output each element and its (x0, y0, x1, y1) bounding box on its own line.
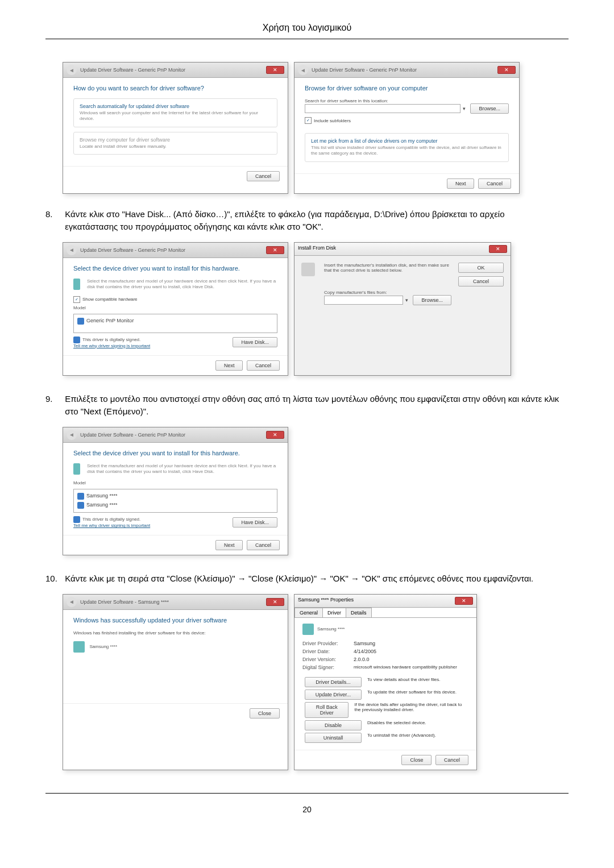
install-disk-title: Install From Disk (298, 245, 336, 253)
window-title-text: Update Driver Software - Samsung **** (80, 599, 169, 605)
page-number: 20 (45, 793, 569, 825)
show-compatible-checkbox[interactable]: ✓ (73, 296, 80, 303)
list-item[interactable]: Generic PnP Monitor (76, 317, 275, 326)
uninstall-button[interactable]: Uninstall (305, 733, 362, 743)
close-icon[interactable]: ✕ (455, 597, 473, 605)
shield-icon (77, 318, 84, 325)
cancel-button[interactable]: Cancel (478, 178, 511, 189)
back-icon[interactable]: ◄ (67, 65, 77, 75)
tab-driver[interactable]: Driver (322, 608, 346, 617)
option-browse-computer[interactable]: Browse my computer for driver software L… (73, 132, 277, 155)
close-icon[interactable]: ✕ (266, 246, 284, 254)
device-icon (73, 641, 85, 653)
model-list[interactable]: Generic PnP Monitor (73, 314, 277, 333)
step-text-9: Επιλέξτε το μοντέλο που αντιστοιχεί στην… (65, 393, 559, 418)
disable-button[interactable]: Disable (305, 720, 362, 730)
model-header: Model (73, 480, 277, 485)
list-item[interactable]: Samsung **** (76, 501, 275, 510)
window-properties: Samsung **** Properties ✕ General Driver… (294, 594, 477, 770)
window-success: ◄ Update Driver Software - Samsung **** … (63, 594, 288, 770)
option-pick-from-list[interactable]: Let me pick from a list of device driver… (305, 133, 509, 162)
close-icon[interactable]: ✕ (266, 66, 284, 74)
step-number-10: 10. (45, 572, 63, 585)
step-number-9: 9. (45, 393, 63, 406)
cancel-button[interactable]: Cancel (435, 755, 468, 765)
link-signing-info[interactable]: Tell me why driver signing is important (73, 343, 150, 348)
step-text-10: Κάντε κλικ με τη σειρά στα "Close (Kλείσ… (65, 572, 559, 585)
have-disk-button[interactable]: Have Disk... (233, 517, 277, 528)
window-title-text: Update Driver Software - Generic PnP Mon… (80, 247, 185, 253)
next-button[interactable]: Next (447, 178, 475, 189)
heading-select-driver: Select the device driver you want to ins… (73, 265, 277, 272)
close-button[interactable]: Close (250, 708, 280, 719)
link-signing-info[interactable]: Tell me why driver signing is important (73, 523, 150, 528)
window-browse-location: ◄ Update Driver Software - Generic PnP M… (294, 62, 520, 194)
list-item[interactable]: Samsung **** (76, 492, 275, 501)
have-disk-button[interactable]: Have Disk... (233, 337, 277, 347)
window-select-driver-samsung: ◄ Update Driver Software - Generic PnP M… (63, 427, 288, 556)
close-icon[interactable]: ✕ (489, 245, 507, 253)
include-subfolders-checkbox[interactable]: ✓ (305, 117, 312, 124)
window-select-driver-generic: ◄ Update Driver Software - Generic PnP M… (63, 242, 288, 376)
back-icon[interactable]: ◄ (67, 245, 77, 255)
heading-how-search: How do you want to search for driver sof… (73, 85, 277, 92)
step-number-8: 8. (45, 208, 63, 221)
shield-icon (73, 516, 80, 523)
ok-button[interactable]: OK (458, 263, 504, 273)
label-search-location: Search for driver software in this locat… (305, 98, 509, 103)
option-auto-search[interactable]: Search automatically for updated driver … (73, 98, 277, 127)
close-icon[interactable]: ✕ (266, 598, 284, 606)
cancel-button[interactable]: Cancel (247, 360, 280, 371)
shield-icon (77, 493, 84, 500)
page-header: Χρήση του λογισμικού (45, 23, 569, 39)
path-input[interactable] (305, 104, 460, 113)
back-icon[interactable]: ◄ (67, 597, 77, 607)
step-text-8: Κάντε κλικ στο "Have Disk... (Aπό δίσκο…… (65, 208, 559, 234)
model-list[interactable]: Samsung **** Samsung **** (73, 489, 277, 513)
shield-icon (77, 502, 84, 509)
back-icon[interactable]: ◄ (298, 65, 308, 75)
heading-browse: Browse for driver software on your compu… (305, 85, 509, 92)
browse-button[interactable]: Browse... (413, 295, 451, 305)
close-icon[interactable]: ✕ (497, 66, 516, 74)
window-how-search: ◄ Update Driver Software - Generic PnP M… (63, 62, 288, 194)
heading-select-driver: Select the device driver you want to ins… (73, 450, 277, 456)
properties-title: Samsung **** Properties (298, 597, 354, 605)
browse-button[interactable]: Browse... (470, 103, 509, 114)
close-icon[interactable]: ✕ (266, 431, 284, 439)
device-icon (73, 463, 80, 475)
cancel-button[interactable]: Cancel (458, 276, 504, 286)
disk-icon (301, 263, 315, 276)
next-button[interactable]: Next (215, 360, 243, 371)
rollback-button[interactable]: Roll Back Driver (305, 702, 349, 718)
cancel-button[interactable]: Cancel (247, 540, 280, 550)
close-button[interactable]: Close (401, 755, 432, 765)
driver-details-button[interactable]: Driver Details... (305, 677, 362, 687)
shield-icon (73, 337, 80, 343)
heading-success: Windows has successfully updated your dr… (73, 617, 277, 624)
tab-details[interactable]: Details (346, 608, 372, 617)
tab-general[interactable]: General (294, 608, 323, 617)
window-title-text: Update Driver Software - Generic PnP Mon… (80, 67, 185, 73)
device-icon (73, 279, 80, 290)
back-icon[interactable]: ◄ (67, 430, 77, 440)
window-title-text: Update Driver Software - Generic PnP Mon… (80, 432, 185, 438)
disk-path-input[interactable] (324, 296, 403, 305)
model-header: Model (73, 305, 277, 310)
window-install-from-disk: Install From Disk ✕ Insert the manufactu… (294, 242, 511, 376)
window-title-text: Update Driver Software - Generic PnP Mon… (312, 67, 417, 73)
cancel-button[interactable]: Cancel (247, 171, 280, 181)
update-driver-button[interactable]: Update Driver... (305, 690, 362, 700)
device-icon (302, 624, 314, 635)
next-button[interactable]: Next (215, 540, 243, 550)
